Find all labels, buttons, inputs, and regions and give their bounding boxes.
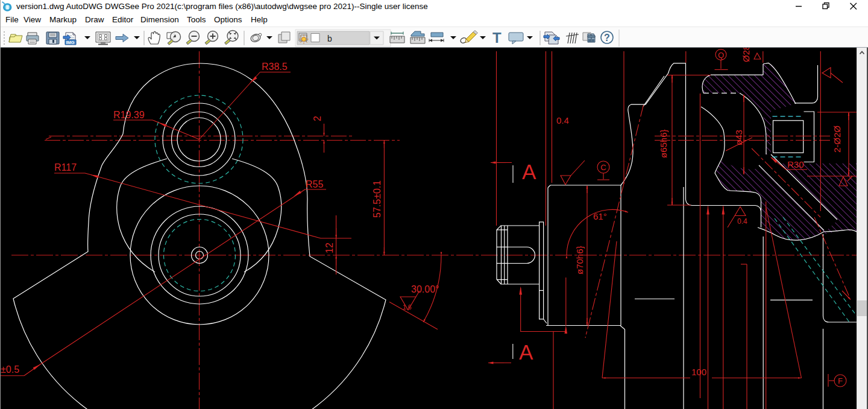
- svg-text:2-Ø2Ø: 2-Ø2Ø: [832, 125, 842, 153]
- svg-text:Ø28: Ø28: [741, 48, 751, 62]
- svg-text:61°: 61°: [593, 211, 607, 221]
- svg-text:R38.5: R38.5: [262, 62, 288, 72]
- svg-text:b: b: [327, 34, 332, 43]
- svg-text:0.4: 0.4: [737, 217, 747, 226]
- svg-text:Q: Q: [718, 51, 724, 60]
- svg-text:1.6: 1.6: [403, 303, 412, 311]
- svg-text:R55: R55: [306, 179, 323, 189]
- svg-text:F: F: [838, 376, 843, 385]
- svg-text:C: C: [600, 163, 606, 172]
- svg-text:A: A: [522, 160, 536, 183]
- svg-text:?: ?: [604, 33, 610, 43]
- svg-text:T: T: [492, 30, 502, 46]
- svg-text:30.00°: 30.00°: [411, 284, 439, 294]
- svg-text:ø70h6}: ø70h6}: [574, 246, 585, 274]
- svg-text:ø65h6}: ø65h6}: [658, 129, 668, 158]
- svg-text:0.4: 0.4: [556, 115, 569, 125]
- svg-text:IMG: IMG: [66, 40, 75, 45]
- svg-text:R19.39: R19.39: [113, 110, 145, 120]
- svg-text:2: 2: [312, 116, 322, 121]
- svg-text:A: A: [519, 340, 533, 364]
- svg-text:R117: R117: [54, 162, 77, 173]
- svg-text:±0.5: ±0.5: [1, 364, 19, 375]
- svg-text:12: 12: [324, 243, 335, 253]
- svg-text:100: 100: [691, 367, 706, 377]
- svg-text:ø43: ø43: [734, 130, 744, 145]
- svg-text:57.5±0.1: 57.5±0.1: [372, 180, 382, 218]
- svg-text:R30: R30: [787, 159, 804, 170]
